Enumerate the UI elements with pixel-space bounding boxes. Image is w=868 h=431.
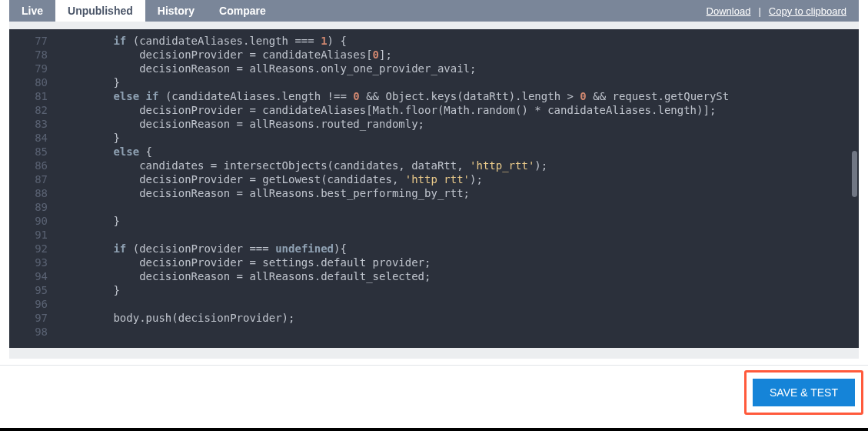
code-line: decisionProvider = settings.default prov… <box>62 256 859 269</box>
line-number: 91 <box>9 228 48 242</box>
page-bottom-bar <box>0 428 868 431</box>
code-line: decisionReason = allReasons.default_sele… <box>62 269 859 283</box>
line-number: 90 <box>9 214 48 228</box>
tab-unpublished[interactable]: Unpublished <box>55 0 145 22</box>
line-number: 85 <box>9 145 48 159</box>
code-line: body.push(decisionProvider); <box>62 311 859 325</box>
code-line: else if (candidateAliases.length !== 0 &… <box>62 89 859 103</box>
line-number: 84 <box>9 131 48 145</box>
line-number: 95 <box>9 283 48 297</box>
line-number: 81 <box>9 89 48 103</box>
line-number: 92 <box>9 242 48 256</box>
download-link[interactable]: Download <box>703 5 754 17</box>
code-editor[interactable]: 7778798081828384858687888990919293949596… <box>9 29 859 348</box>
line-number: 89 <box>9 200 48 214</box>
save-and-test-button[interactable]: SAVE & TEST <box>753 379 855 406</box>
line-number: 88 <box>9 186 48 200</box>
line-number: 82 <box>9 103 48 117</box>
line-number: 93 <box>9 256 48 269</box>
tab-compare[interactable]: Compare <box>207 0 278 22</box>
code-line: decisionProvider = candidateAliases[0]; <box>62 48 859 62</box>
line-number: 78 <box>9 48 48 62</box>
line-number: 80 <box>9 75 48 89</box>
vertical-scrollbar-thumb[interactable] <box>852 151 857 197</box>
editor-bottom-strip <box>9 348 859 356</box>
code-line <box>62 297 859 311</box>
tab-history[interactable]: History <box>145 0 207 22</box>
code-line: candidates = intersectObjects(candidates… <box>62 159 859 172</box>
line-number: 97 <box>9 311 48 325</box>
line-number: 87 <box>9 172 48 186</box>
code-text-area[interactable]: if (candidateAliases.length === 1) { dec… <box>62 34 859 325</box>
code-line: } <box>62 131 859 145</box>
code-line: decisionProvider = getLowest(candidates,… <box>62 172 859 186</box>
code-line <box>62 200 859 214</box>
code-line: } <box>62 283 859 297</box>
toolbar-separator: | <box>753 5 765 17</box>
line-number: 86 <box>9 159 48 172</box>
save-test-highlight: SAVE & TEST <box>744 370 863 415</box>
line-number: 96 <box>9 297 48 311</box>
line-number: 98 <box>9 325 48 339</box>
copy-to-clipboard-link[interactable]: Copy to clipboard <box>766 5 850 17</box>
code-line: if (candidateAliases.length === 1) { <box>62 34 859 48</box>
line-number: 83 <box>9 117 48 131</box>
code-line: decisionReason = allReasons.routed_rando… <box>62 117 859 131</box>
footer: SAVE & TEST <box>0 365 868 419</box>
tab-live[interactable]: Live <box>9 0 55 22</box>
line-number: 94 <box>9 269 48 283</box>
code-line: if (decisionProvider === undefined){ <box>62 242 859 256</box>
code-line: decisionReason = allReasons.only_one_pro… <box>62 62 859 75</box>
code-line <box>62 228 859 242</box>
code-line: decisionReason = allReasons.best_perform… <box>62 186 859 200</box>
code-line: else { <box>62 145 859 159</box>
line-number-gutter: 7778798081828384858687888990919293949596… <box>9 29 55 343</box>
line-number: 79 <box>9 62 48 75</box>
code-line: } <box>62 75 859 89</box>
editor-container: 7778798081828384858687888990919293949596… <box>9 22 859 359</box>
code-line: decisionProvider = candidateAliases[Math… <box>62 103 859 117</box>
tab-bar: Live Unpublished History Compare Downloa… <box>9 0 859 22</box>
code-line: } <box>62 214 859 228</box>
line-number: 77 <box>9 34 48 48</box>
